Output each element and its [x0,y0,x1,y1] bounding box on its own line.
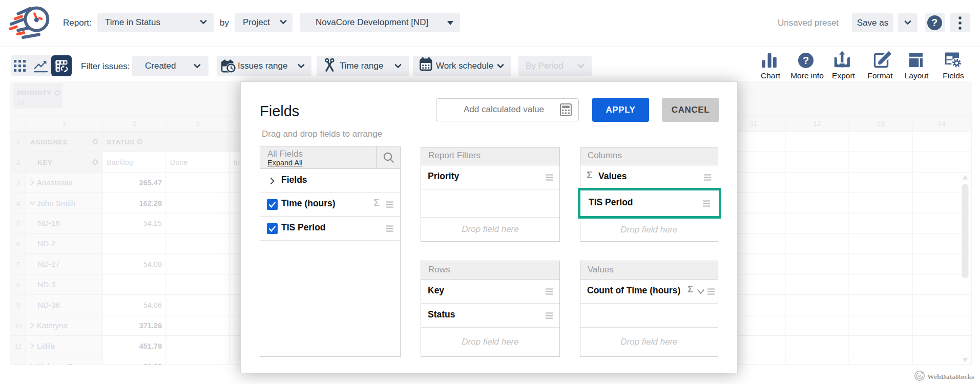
svg-text:91.92: 91.92 [143,362,162,365]
svg-text:3: 3 [196,119,200,127]
svg-text:Anastasiia: Anastasiia [37,178,73,187]
svg-text:2: 2 [16,159,20,166]
svg-text:KEY: KEY [37,159,52,166]
svg-text:3: 3 [16,179,20,187]
svg-text:10: 10 [14,322,22,330]
svg-text:13: 13 [877,119,885,127]
svg-text:PRIORITY: PRIORITY [17,89,52,97]
svg-text:162.28: 162.28 [139,199,162,207]
svg-text:12: 12 [813,119,821,127]
svg-text:Maksym Dev: Maksym Dev [37,362,81,365]
svg-text:265.47: 265.47 [139,179,162,187]
svg-text:ND-16: ND-16 [38,219,60,227]
svg-text:54.06: 54.06 [143,301,162,309]
svg-text:ND-2: ND-2 [38,239,56,248]
svg-text:2: 2 [132,119,136,127]
svg-text:All: All [17,99,25,106]
svg-text:11: 11 [14,343,22,350]
svg-text:11: 11 [750,119,758,127]
svg-text:Backlog: Backlog [107,158,133,166]
svg-text:371.26: 371.26 [139,322,162,330]
svg-text:12: 12 [14,363,22,365]
svg-text:ND-27: ND-27 [38,260,60,268]
svg-text:451.78: 451.78 [139,342,162,350]
svg-text:ND-3: ND-3 [38,280,56,289]
svg-text:ND-36: ND-36 [38,301,60,309]
svg-text:Kateryna: Kateryna [37,321,68,330]
svg-text:1: 1 [62,119,66,127]
svg-text:Lidiia: Lidiia [37,342,55,350]
svg-text:STATUS: STATUS [107,138,135,146]
svg-text:14: 14 [938,119,946,127]
svg-text:John Smith: John Smith [37,199,75,207]
svg-text:54.15: 54.15 [143,219,162,227]
svg-text:7: 7 [16,261,20,268]
svg-text:8: 8 [16,281,20,289]
svg-text:9: 9 [16,302,20,309]
svg-text:54.08: 54.08 [143,260,162,268]
svg-text:1: 1 [16,138,20,146]
svg-text:ASSIGNEE: ASSIGNEE [30,138,68,146]
svg-text:Done: Done [170,158,188,166]
svg-text:6: 6 [16,240,20,248]
svg-text:5: 5 [16,220,20,227]
svg-text:4: 4 [16,200,20,207]
